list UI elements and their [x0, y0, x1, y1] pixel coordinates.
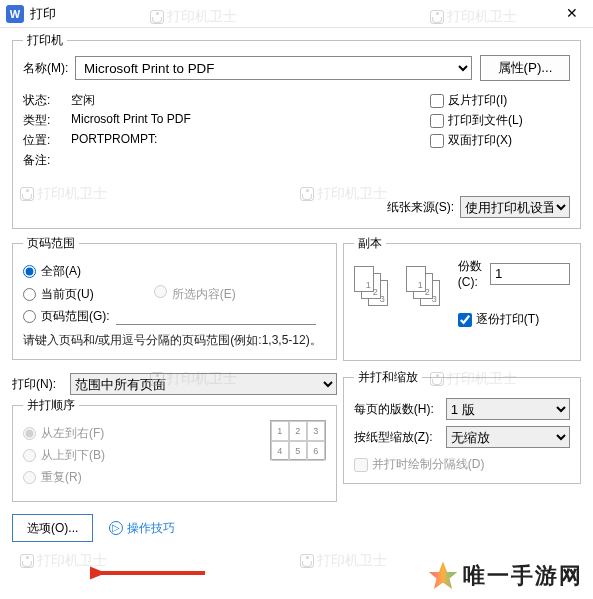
- reverse-print-checkbox[interactable]: [430, 94, 444, 108]
- pps-label: 每页的版数(H):: [354, 401, 446, 418]
- pps-select[interactable]: 1 版: [446, 398, 570, 420]
- range-pages-input[interactable]: [116, 309, 316, 325]
- svg-marker-3: [430, 563, 456, 588]
- dialog-title: 打印: [30, 5, 557, 23]
- copies-label: 份数(C):: [458, 258, 486, 289]
- collate-icon-2: 321: [406, 266, 446, 310]
- order-lr-label: 从左到右(F): [41, 425, 104, 442]
- order-repeat-radio: [23, 471, 36, 484]
- type-label: 类型:: [23, 112, 71, 129]
- comment-label: 备注:: [23, 152, 71, 169]
- copies-legend: 副本: [354, 235, 386, 252]
- brand-logo: 唯一手游网: [429, 561, 583, 591]
- drawlines-checkbox: [354, 458, 368, 472]
- options-button[interactable]: 选项(O)...: [12, 514, 93, 542]
- order-lr-radio: [23, 427, 36, 440]
- app-icon: W: [6, 5, 24, 23]
- order-diagram-icon: 123456: [270, 420, 326, 460]
- tips-text: 操作技巧: [127, 520, 175, 537]
- where-value: PORTPROMPT:: [71, 132, 157, 149]
- collate-icon-1: 321: [354, 266, 394, 310]
- paper-source-select[interactable]: 使用打印机设置: [460, 196, 570, 218]
- range-group: 页码范围 全部(A) 当前页(U) 所选内容(E) 页码范围(G): 请键入页码…: [12, 235, 337, 360]
- watermark: 打印机卫士: [300, 552, 387, 570]
- star-icon: [429, 562, 457, 590]
- collate-checkbox[interactable]: [458, 313, 472, 327]
- printer-options-right: 反片打印(I) 打印到文件(L) 双面打印(X): [430, 89, 570, 172]
- order-repeat-label: 重复(R): [41, 469, 82, 486]
- copies-group: 副本 321 321 份数(C): 逐份打印(T): [343, 235, 581, 361]
- print-to-file-label: 打印到文件(L): [448, 112, 523, 129]
- range-all-radio[interactable]: [23, 265, 36, 278]
- reverse-print-label: 反片打印(I): [448, 92, 507, 109]
- printer-name-select[interactable]: Microsoft Print to PDF: [75, 56, 472, 80]
- scale-legend: 并打和缩放: [354, 369, 422, 386]
- range-pages-radio[interactable]: [23, 310, 36, 323]
- order-group: 并打顺序 从左到右(F) 从上到下(B) 重复(R) 123456: [12, 397, 337, 502]
- watermark: 打印机卫士: [20, 552, 107, 570]
- range-current-radio[interactable]: [23, 288, 36, 301]
- printer-group: 打印机 名称(M): Microsoft Print to PDF 属性(P).…: [12, 32, 581, 229]
- print-what-label: 打印(N):: [12, 376, 64, 393]
- properties-button[interactable]: 属性(P)...: [480, 55, 570, 81]
- order-legend: 并打顺序: [23, 397, 79, 414]
- drawlines-label: 并打时绘制分隔线(D): [372, 456, 485, 473]
- collate-label: 逐份打印(T): [476, 311, 539, 328]
- range-all-label: 全部(A): [41, 263, 81, 280]
- status-value: 空闲: [71, 92, 95, 109]
- scale-select[interactable]: 无缩放: [446, 426, 570, 448]
- range-current-label: 当前页(U): [41, 286, 94, 303]
- range-hint: 请键入页码和/或用逗号分隔的页码范围(例如:1,3,5-12)。: [23, 331, 326, 349]
- order-tb-radio: [23, 449, 36, 462]
- status-label: 状态:: [23, 92, 71, 109]
- scale-label: 按纸型缩放(Z):: [354, 429, 446, 446]
- print-to-file-checkbox[interactable]: [430, 114, 444, 128]
- print-what-select[interactable]: 范围中所有页面: [70, 373, 337, 395]
- scale-group: 并打和缩放 每页的版数(H):1 版 按纸型缩放(Z):无缩放 并打时绘制分隔线…: [343, 369, 581, 484]
- printer-name-label: 名称(M):: [23, 60, 75, 77]
- range-legend: 页码范围: [23, 235, 79, 252]
- range-pages-label: 页码范围(G):: [41, 308, 110, 325]
- titlebar: W 打印 ✕: [0, 0, 593, 28]
- brand-text: 唯一手游网: [463, 561, 583, 591]
- paper-source-label: 纸张来源(S):: [387, 199, 454, 216]
- tips-link[interactable]: ▷ 操作技巧: [109, 520, 175, 537]
- copies-input[interactable]: [490, 263, 570, 285]
- duplex-checkbox[interactable]: [430, 134, 444, 148]
- range-selection-radio: [154, 285, 167, 298]
- close-button[interactable]: ✕: [557, 4, 587, 24]
- range-selection-label: 所选内容(E): [172, 287, 236, 301]
- duplex-label: 双面打印(X): [448, 132, 512, 149]
- printer-legend: 打印机: [23, 32, 67, 49]
- arrow-annotation-icon: [90, 558, 210, 588]
- printer-details-left: 状态:空闲 类型:Microsoft Print To PDF 位置:PORTP…: [23, 89, 430, 172]
- order-tb-label: 从上到下(B): [41, 447, 105, 464]
- where-label: 位置:: [23, 132, 71, 149]
- type-value: Microsoft Print To PDF: [71, 112, 191, 129]
- play-icon: ▷: [109, 521, 123, 535]
